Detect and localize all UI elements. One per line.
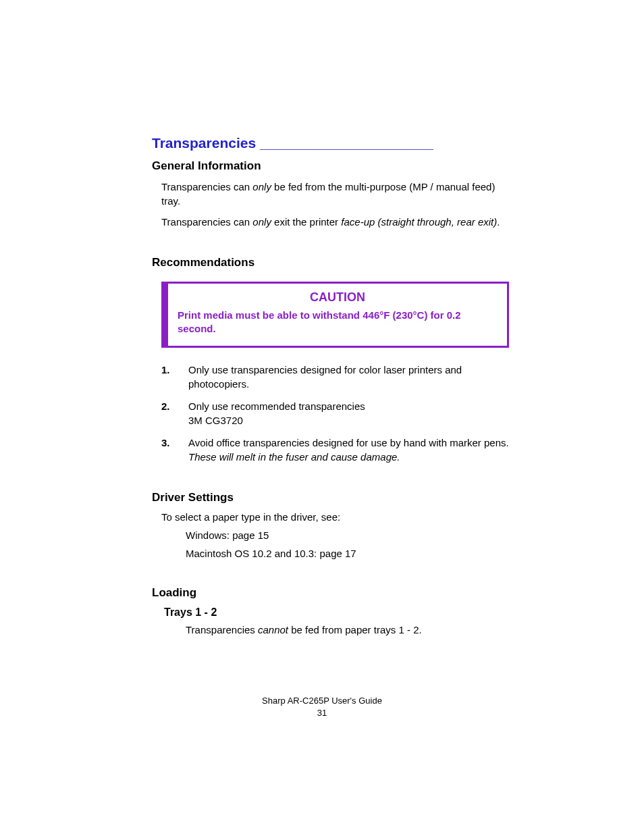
list-number: 1. [161, 363, 188, 391]
list-number: 2. [161, 399, 188, 427]
text-italic: face-up (straight through, rear exit) [341, 216, 497, 228]
caution-box: CAUTION Print media must be able to with… [161, 282, 509, 348]
footer-guide-title: Sharp AR-C265P User's Guide [0, 695, 644, 707]
text-italic: only [252, 181, 271, 192]
list-body: Avoid office transparencies designed for… [188, 436, 509, 464]
list-item: 1. Only use transparencies designed for … [161, 363, 509, 391]
text-fragment: exit the printer [271, 216, 341, 228]
heading-trays: Trays 1 - 2 [164, 606, 509, 619]
driver-macintosh: Macintosh OS 10.2 and 10.3: page 17 [186, 548, 509, 559]
caution-text: Print media must be able to withstand 44… [178, 309, 498, 336]
page-footer: Sharp AR-C265P User's Guide 31 [0, 695, 644, 719]
list-body: Only use transparencies designed for col… [188, 363, 509, 391]
text-fragment: Transparencies [186, 624, 258, 635]
heading-general-information: General Information [152, 159, 509, 173]
general-paragraph-2: Transparencies can only exit the printer… [161, 215, 509, 229]
list-item: 3. Avoid office transparencies designed … [161, 436, 509, 464]
general-paragraph-1: Transparencies can only be fed from the … [161, 180, 509, 208]
text-fragment: Transparencies can [161, 216, 252, 228]
recommendations-list: 1. Only use transparencies designed for … [161, 363, 509, 464]
driver-windows: Windows: page 15 [186, 529, 509, 541]
text-fragment: Transparencies can [161, 181, 252, 192]
text-fragment: . [497, 216, 500, 228]
list-body: Only use recommended transparencies 3M C… [188, 399, 509, 427]
heading-recommendations: Recommendations [152, 256, 509, 269]
section-title-transparencies: Transparencies ______________________ [152, 135, 509, 151]
footer-page-number: 31 [0, 707, 644, 719]
text-italic: These will melt in the fuser and cause d… [188, 450, 509, 464]
driver-intro: To select a paper type in the driver, se… [161, 511, 509, 523]
trays-text: Transparencies cannot be fed from paper … [186, 624, 509, 635]
text-italic: cannot [258, 624, 288, 635]
text-italic: only [252, 216, 271, 228]
page-content: Transparencies ______________________ Ge… [0, 0, 644, 635]
list-item: 2. Only use recommended transparencies 3… [161, 399, 509, 427]
text-line2: 3M CG3720 [188, 413, 509, 427]
caution-title: CAUTION [178, 290, 498, 305]
text-fragment: be fed from paper trays 1 - 2. [288, 624, 422, 635]
text-fragment: Only use recommended transparencies [188, 400, 365, 412]
list-number: 3. [161, 436, 188, 464]
text-fragment: Avoid office transparencies designed for… [188, 437, 509, 448]
heading-loading: Loading [152, 586, 509, 600]
heading-driver-settings: Driver Settings [152, 491, 509, 504]
